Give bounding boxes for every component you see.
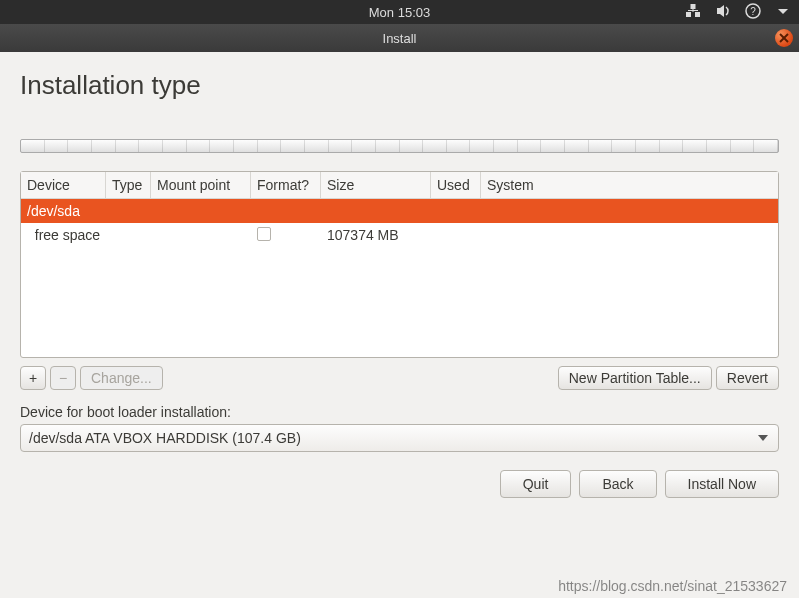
bootloader-label: Device for boot loader installation: <box>20 404 779 420</box>
cell-size <box>321 199 431 223</box>
add-partition-button[interactable]: + <box>20 366 46 390</box>
wizard-footer: Quit Back Install Now <box>20 470 779 498</box>
col-size[interactable]: Size <box>321 172 431 198</box>
install-now-button[interactable]: Install Now <box>665 470 779 498</box>
table-row[interactable]: /dev/sda <box>21 199 778 223</box>
close-button[interactable] <box>775 29 793 47</box>
revert-button[interactable]: Revert <box>716 366 779 390</box>
col-type[interactable]: Type <box>106 172 151 198</box>
page-heading: Installation type <box>20 70 779 101</box>
change-partition-button[interactable]: Change... <box>80 366 163 390</box>
svg-rect-4 <box>688 10 698 11</box>
svg-rect-0 <box>686 12 691 17</box>
svg-marker-8 <box>778 9 788 14</box>
bootloader-device-select[interactable]: /dev/sda ATA VBOX HARDDISK (107.4 GB) <box>20 424 779 452</box>
quit-button[interactable]: Quit <box>500 470 572 498</box>
watermark-text: https://blog.csdn.net/sinat_21533627 <box>558 578 787 594</box>
svg-rect-2 <box>691 4 696 9</box>
cell-system <box>481 199 778 223</box>
cell-type <box>106 199 151 223</box>
window-title: Install <box>383 31 417 46</box>
window-titlebar: Install <box>0 24 799 52</box>
col-mount[interactable]: Mount point <box>151 172 251 198</box>
cell-used <box>431 223 481 248</box>
table-row[interactable]: free space 107374 MB <box>21 223 778 248</box>
col-format[interactable]: Format? <box>251 172 321 198</box>
cell-device: free space <box>21 223 106 248</box>
svg-marker-5 <box>717 5 724 17</box>
cell-used <box>431 199 481 223</box>
topbar-indicators: ? <box>685 3 791 22</box>
col-device[interactable]: Device <box>21 172 106 198</box>
col-used[interactable]: Used <box>431 172 481 198</box>
cell-size: 107374 MB <box>321 223 431 248</box>
partition-toolbar: + − Change... New Partition Table... Rev… <box>20 366 779 390</box>
format-checkbox[interactable] <box>257 227 271 241</box>
svg-text:?: ? <box>750 6 756 17</box>
col-system[interactable]: System <box>481 172 778 198</box>
installer-window: Installation type Device Type Mount poin… <box>0 52 799 598</box>
table-header-row: Device Type Mount point Format? Size Use… <box>21 172 778 199</box>
new-partition-table-button[interactable]: New Partition Table... <box>558 366 712 390</box>
cell-mount <box>151 223 251 248</box>
cell-format[interactable] <box>251 223 321 248</box>
help-icon[interactable]: ? <box>745 3 761 22</box>
remove-partition-button[interactable]: − <box>50 366 76 390</box>
cell-format <box>251 199 321 223</box>
partition-table: Device Type Mount point Format? Size Use… <box>20 171 779 358</box>
chevron-down-icon[interactable] <box>775 3 791 22</box>
cell-mount <box>151 199 251 223</box>
cell-type <box>106 223 151 248</box>
system-topbar: Mon 15:03 ? <box>0 0 799 24</box>
close-icon <box>779 33 789 43</box>
back-button[interactable]: Back <box>579 470 656 498</box>
table-body: /dev/sda free space 107374 MB <box>21 199 778 357</box>
volume-icon[interactable] <box>715 3 731 22</box>
partition-overview-bar[interactable] <box>20 139 779 153</box>
svg-rect-1 <box>695 12 700 17</box>
clock: Mon 15:03 <box>369 5 430 20</box>
network-icon[interactable] <box>685 3 701 22</box>
cell-system <box>481 223 778 248</box>
cell-device: /dev/sda <box>21 199 106 223</box>
